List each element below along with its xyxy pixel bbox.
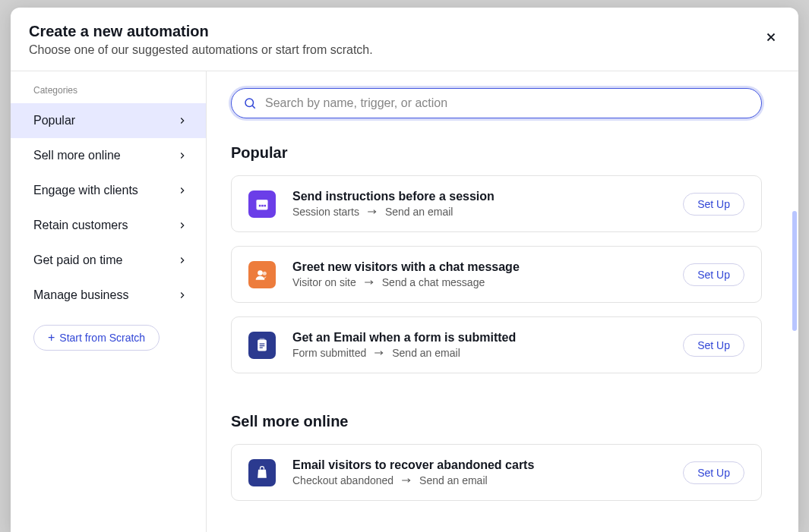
- card-text: Email visitors to recover abandoned cart…: [292, 458, 666, 486]
- main-content: PopularSend instructions before a sessio…: [207, 71, 798, 532]
- sections-container: PopularSend instructions before a sessio…: [231, 144, 762, 501]
- svg-rect-9: [260, 338, 265, 340]
- chevron-right-icon: [177, 185, 188, 196]
- sidebar-item-popular[interactable]: Popular: [11, 103, 206, 138]
- arrow-right-icon: [367, 208, 378, 216]
- sidebar-item-sell-more-online[interactable]: Sell more online: [11, 138, 206, 173]
- section-title: Popular: [231, 144, 762, 162]
- card-title: Send instructions before a session: [292, 190, 666, 203]
- svg-point-6: [258, 270, 263, 275]
- search-input[interactable]: [231, 88, 762, 118]
- setup-button[interactable]: Set Up: [683, 263, 744, 286]
- card-title: Get an Email when a form is submitted: [292, 331, 666, 345]
- clipboard-icon: [248, 332, 276, 359]
- svg-rect-3: [259, 204, 261, 206]
- svg-point-0: [245, 99, 254, 107]
- svg-rect-4: [261, 204, 264, 206]
- card-trigger: Form submitted: [292, 347, 366, 359]
- card-trigger: Session starts: [292, 206, 359, 218]
- sidebar-item-get-paid-on-time[interactable]: Get paid on time: [11, 243, 206, 278]
- card-title: Email visitors to recover abandoned cart…: [292, 458, 666, 472]
- automation-card: Get an Email when a form is submittedFor…: [231, 316, 762, 373]
- close-button[interactable]: [760, 27, 782, 49]
- chevron-right-icon: [177, 255, 188, 266]
- card-trigger: Visitor on site: [292, 276, 356, 288]
- search-container: [231, 88, 762, 118]
- card-text: Greet new visitors with a chat messageVi…: [292, 260, 666, 288]
- modal-body: Categories PopularSell more onlineEngage…: [11, 71, 798, 532]
- close-icon: [764, 30, 778, 46]
- sidebar-list: PopularSell more onlineEngage with clien…: [11, 103, 206, 313]
- sidebar-item-label: Engage with clients: [33, 184, 138, 197]
- automation-card: Send instructions before a sessionSessio…: [231, 175, 762, 232]
- svg-point-7: [263, 271, 267, 275]
- sidebar-item-label: Manage business: [33, 288, 128, 302]
- sidebar-item-retain-customers[interactable]: Retain customers: [11, 208, 206, 243]
- card-action: Send an email: [419, 474, 488, 486]
- automation-card: Greet new visitors with a chat messageVi…: [231, 246, 762, 303]
- svg-rect-2: [257, 200, 268, 203]
- modal-header: Create a new automation Choose one of ou…: [11, 8, 798, 71]
- bag-icon: [248, 459, 276, 486]
- plus-icon: +: [48, 331, 55, 345]
- chevron-right-icon: [177, 115, 188, 126]
- card-text: Get an Email when a form is submittedFor…: [292, 331, 666, 359]
- svg-rect-12: [260, 347, 263, 348]
- chevron-right-icon: [177, 150, 188, 161]
- start-from-scratch-button[interactable]: + Start from Scratch: [33, 325, 160, 351]
- search-icon: [243, 96, 257, 110]
- sidebar-item-label: Retain customers: [33, 219, 128, 232]
- modal-subtitle: Choose one of our suggested automations …: [29, 43, 780, 57]
- card-action: Send an email: [392, 347, 460, 359]
- sidebar-item-engage-with-clients[interactable]: Engage with clients: [11, 173, 206, 208]
- svg-rect-11: [260, 345, 265, 346]
- start-from-scratch-label: Start from Scratch: [59, 332, 145, 344]
- modal-title: Create a new automation: [29, 23, 780, 40]
- arrow-right-icon: [401, 477, 412, 484]
- svg-rect-5: [264, 204, 267, 206]
- card-text: Send instructions before a sessionSessio…: [292, 190, 666, 218]
- scrollbar-thumb[interactable]: [792, 211, 797, 331]
- sidebar-item-label: Sell more online: [33, 149, 121, 162]
- card-meta: Checkout abandonedSend an email: [292, 474, 666, 486]
- setup-button[interactable]: Set Up: [683, 334, 744, 357]
- card-meta: Form submittedSend an email: [292, 347, 666, 359]
- sidebar-item-manage-business[interactable]: Manage business: [11, 278, 206, 313]
- card-action: Send a chat message: [382, 276, 485, 288]
- arrow-right-icon: [364, 279, 374, 286]
- sidebar-item-label: Get paid on time: [33, 253, 122, 267]
- create-automation-modal: Create a new automation Choose one of ou…: [11, 8, 798, 532]
- card-trigger: Checkout abandoned: [292, 474, 393, 486]
- automation-card: Email visitors to recover abandoned cart…: [231, 444, 762, 501]
- arrow-right-icon: [374, 349, 384, 357]
- chevron-right-icon: [177, 220, 188, 231]
- people-icon: [248, 261, 276, 288]
- card-action: Send an email: [385, 206, 453, 218]
- sidebar-heading: Categories: [11, 85, 206, 103]
- sidebar-item-label: Popular: [33, 114, 75, 127]
- section-title: Sell more online: [231, 413, 762, 430]
- card-title: Greet new visitors with a chat message: [292, 260, 666, 274]
- setup-button[interactable]: Set Up: [683, 461, 744, 484]
- svg-rect-10: [260, 343, 265, 344]
- setup-button[interactable]: Set Up: [683, 193, 744, 216]
- card-meta: Visitor on siteSend a chat message: [292, 276, 666, 288]
- sidebar: Categories PopularSell more onlineEngage…: [11, 71, 207, 532]
- chevron-right-icon: [177, 290, 188, 301]
- card-meta: Session startsSend an email: [292, 206, 666, 218]
- calendar-icon: [248, 190, 276, 218]
